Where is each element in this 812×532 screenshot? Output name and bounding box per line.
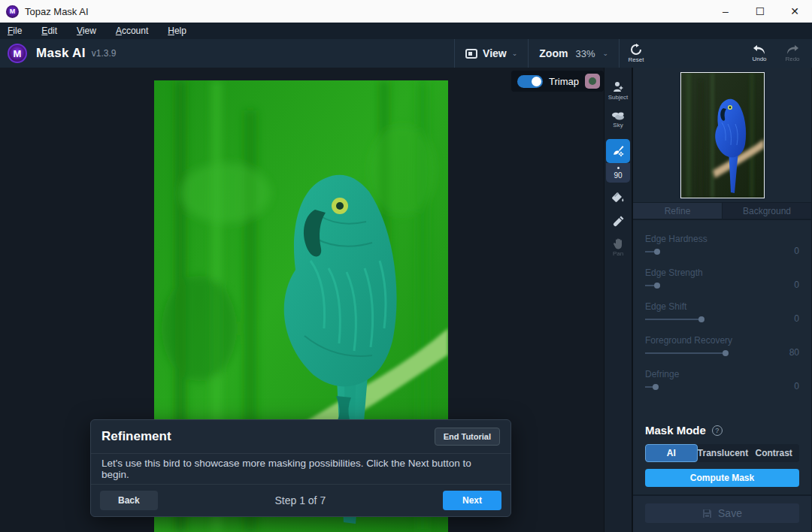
save-section: Save bbox=[633, 494, 811, 532]
toolstrip: Subject Sky bbox=[604, 68, 632, 532]
slider-edge-hardness[interactable]: Edge Hardness 0 bbox=[645, 234, 799, 255]
pan-hand-icon bbox=[613, 238, 623, 249]
app-version: v1.3.9 bbox=[92, 48, 117, 59]
chevron-down-icon: ⌄ bbox=[512, 50, 518, 57]
menu-edit[interactable]: Edit bbox=[41, 26, 57, 36]
paint-bucket-icon bbox=[611, 192, 625, 204]
menubar: File Edit View Account Help bbox=[0, 23, 812, 39]
panel-tabs: Refine Background bbox=[633, 203, 811, 220]
workspace: Trimap Subject Sky bbox=[0, 68, 812, 532]
slider-foreground-recovery[interactable]: Foreground Recovery 80 bbox=[645, 335, 799, 356]
tab-background[interactable]: Background bbox=[722, 203, 811, 219]
slider-value: 0 bbox=[794, 280, 799, 290]
dialog-title: Refinement bbox=[102, 429, 171, 444]
right-panel: Refine Background Edge Hardness 0 Edge S… bbox=[632, 68, 811, 532]
next-button[interactable]: Next bbox=[443, 491, 501, 510]
subject-person-icon bbox=[612, 81, 624, 93]
reset-button[interactable]: Reset bbox=[620, 39, 653, 68]
view-label: View bbox=[483, 47, 507, 59]
trimap-label: Trimap bbox=[549, 76, 579, 87]
redo-button[interactable]: Redo bbox=[776, 44, 809, 62]
slider-value: 0 bbox=[794, 246, 799, 256]
close-button[interactable]: ✕ bbox=[777, 0, 812, 23]
save-button[interactable]: Save bbox=[645, 503, 799, 523]
pan-tool-button[interactable]: Pan bbox=[613, 238, 623, 257]
compute-mask-button[interactable]: Compute Mask bbox=[645, 469, 799, 487]
maximize-button[interactable]: ☐ bbox=[743, 0, 777, 23]
slider-defringe[interactable]: Defringe 0 bbox=[645, 369, 799, 390]
window-title: Topaz Mask AI bbox=[25, 6, 89, 17]
menu-file[interactable]: File bbox=[8, 26, 22, 36]
help-icon[interactable]: ? bbox=[712, 425, 723, 436]
titlebar: M Topaz Mask AI – ☐ ✕ bbox=[0, 0, 812, 23]
slider-edge-shift[interactable]: Edge Shift 0 bbox=[645, 301, 799, 322]
step-indicator: Step 1 of 7 bbox=[274, 494, 326, 506]
back-button[interactable]: Back bbox=[100, 491, 158, 510]
view-dropdown[interactable]: View ⌄ bbox=[454, 39, 529, 68]
view-icon bbox=[465, 49, 477, 59]
trimap-toggle[interactable] bbox=[517, 75, 543, 88]
slider-thumb[interactable] bbox=[698, 316, 704, 322]
tutorial-dialog: Refinement End Tutorial Let's use this b… bbox=[90, 419, 511, 517]
zoom-label: Zoom bbox=[539, 47, 568, 59]
trimap-color-swatch[interactable] bbox=[585, 74, 600, 89]
tab-refine[interactable]: Refine bbox=[633, 203, 722, 219]
mode-translucent-button[interactable]: Translucent bbox=[698, 444, 749, 462]
brush-settings-icon bbox=[611, 144, 625, 158]
menu-help[interactable]: Help bbox=[168, 26, 186, 36]
slider-value: 0 bbox=[794, 313, 799, 324]
brush-size-value: 90 bbox=[614, 171, 622, 180]
eyedropper-icon bbox=[612, 215, 625, 228]
slider-thumb[interactable] bbox=[723, 350, 729, 356]
maskai-logo-icon: M bbox=[8, 44, 27, 63]
brush-size-indicator[interactable]: 90 bbox=[606, 163, 630, 183]
sky-tool-button[interactable]: Sky bbox=[611, 111, 625, 128]
refine-sliders: Edge Hardness 0 Edge Strength 0 Edge Shi… bbox=[633, 220, 811, 403]
trimap-control: Trimap bbox=[511, 71, 604, 92]
mode-ai-button[interactable]: AI bbox=[645, 444, 698, 462]
mask-mode-section: Mask Mode ? AI Translucent Contrast Comp… bbox=[633, 415, 811, 494]
save-disk-icon bbox=[702, 509, 712, 518]
app-header: M Mask AI v1.3.9 View ⌄ Zoom 33% ⌄ Reset bbox=[0, 39, 812, 68]
end-tutorial-button[interactable]: End Tutorial bbox=[435, 428, 500, 446]
mode-contrast-button[interactable]: Contrast bbox=[748, 444, 799, 462]
undo-button[interactable]: Undo bbox=[743, 44, 776, 62]
brush-dot-icon bbox=[617, 167, 620, 169]
mask-mode-label: Mask Mode bbox=[645, 424, 706, 437]
slider-thumb[interactable] bbox=[654, 249, 660, 255]
app-name: Mask AI bbox=[36, 46, 86, 61]
undo-icon bbox=[753, 44, 766, 55]
zoom-value: 33% bbox=[575, 48, 595, 59]
minimize-button[interactable]: – bbox=[708, 0, 743, 23]
eyedropper-tool-button[interactable] bbox=[612, 215, 625, 228]
mask-mode-switch: AI Translucent Contrast bbox=[645, 444, 799, 462]
navigator-zone bbox=[633, 68, 811, 203]
slider-value: 0 bbox=[794, 381, 799, 391]
blue-parrot-thumbnail-image bbox=[681, 73, 764, 198]
app-window: M Topaz Mask AI – ☐ ✕ File Edit View Acc… bbox=[0, 0, 812, 532]
dialog-body-text: Let's use this bird to showcase more mas… bbox=[91, 454, 511, 485]
slider-value: 80 bbox=[789, 347, 799, 358]
chevron-down-icon: ⌄ bbox=[602, 50, 608, 57]
redo-icon bbox=[786, 44, 799, 55]
brush-tool-button[interactable] bbox=[606, 139, 630, 163]
menu-view[interactable]: View bbox=[77, 26, 96, 36]
slider-edge-strength[interactable]: Edge Strength 0 bbox=[645, 268, 799, 289]
zoom-dropdown[interactable]: Zoom 33% ⌄ bbox=[529, 39, 620, 68]
save-label: Save bbox=[718, 507, 742, 519]
sky-clouds-icon bbox=[611, 111, 625, 121]
fill-bucket-tool-button[interactable] bbox=[611, 192, 625, 204]
menu-account[interactable]: Account bbox=[116, 26, 148, 36]
slider-thumb[interactable] bbox=[654, 283, 660, 289]
slider-thumb[interactable] bbox=[653, 384, 659, 390]
reset-icon bbox=[630, 44, 642, 56]
original-image-thumbnail[interactable] bbox=[680, 72, 765, 198]
subject-tool-button[interactable]: Subject bbox=[608, 81, 629, 101]
app-logo-icon: M bbox=[6, 5, 19, 18]
